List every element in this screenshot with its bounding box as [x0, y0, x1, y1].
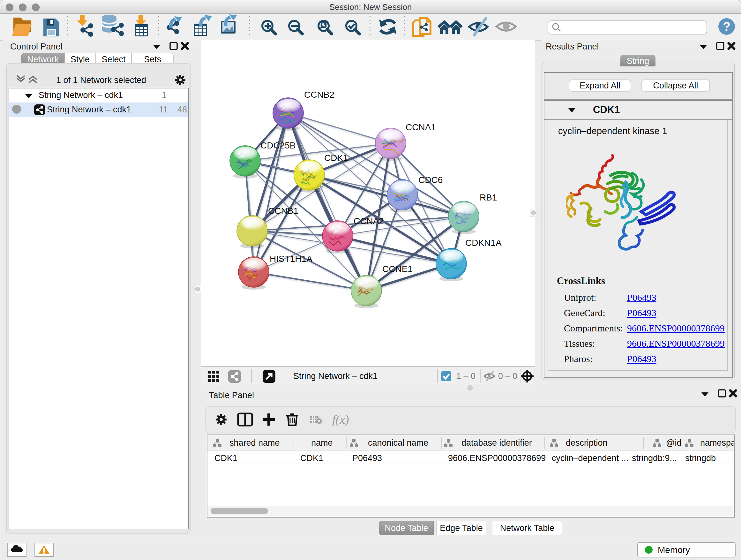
svg-text:1 of 1 Network selected: 1 of 1 Network selected [56, 75, 146, 85]
svg-text:stringdb: stringdb [685, 453, 716, 463]
svg-text:database identifier: database identifier [461, 438, 532, 448]
svg-text:name: name [311, 438, 333, 448]
svg-text:cyclin–dependent ...: cyclin–dependent ... [552, 453, 628, 463]
svg-text:1 – 0: 1 – 0 [456, 371, 475, 381]
svg-text:CCNA2: CCNA2 [354, 216, 384, 226]
svg-text:CCNA1: CCNA1 [406, 122, 436, 132]
svg-text:CDC6: CDC6 [418, 175, 443, 185]
svg-text:namespac: namespac [700, 438, 734, 448]
svg-text:CCNB1: CCNB1 [268, 206, 298, 216]
svg-text:description: description [566, 438, 608, 448]
svg-text:@id: @id [666, 438, 681, 448]
svg-text:CCNB2: CCNB2 [304, 90, 334, 100]
svg-text:CCNE1: CCNE1 [382, 264, 413, 274]
svg-text:shared name: shared name [229, 438, 280, 448]
svg-text:0 – 0: 0 – 0 [498, 371, 517, 381]
svg-text:CDK1: CDK1 [300, 453, 323, 463]
svg-text:CDKN1A: CDKN1A [465, 238, 502, 248]
svg-text:9606.ENSP00000378699: 9606.ENSP00000378699 [448, 453, 546, 463]
svg-text:CDC25B: CDC25B [260, 140, 295, 150]
svg-text:P06493: P06493 [352, 453, 382, 463]
svg-text:f(x): f(x) [332, 413, 349, 427]
svg-text:HIST1H1A: HIST1H1A [270, 254, 313, 264]
svg-text:canonical name: canonical name [368, 438, 428, 448]
svg-text:?: ? [723, 20, 730, 33]
svg-text:RB1: RB1 [480, 192, 497, 202]
svg-text:stringdb:9...: stringdb:9... [632, 453, 677, 463]
svg-text:CDK1: CDK1 [214, 453, 238, 463]
svg-text:CDK1: CDK1 [324, 153, 348, 163]
svg-text:String Network – cdk1: String Network – cdk1 [293, 371, 378, 381]
